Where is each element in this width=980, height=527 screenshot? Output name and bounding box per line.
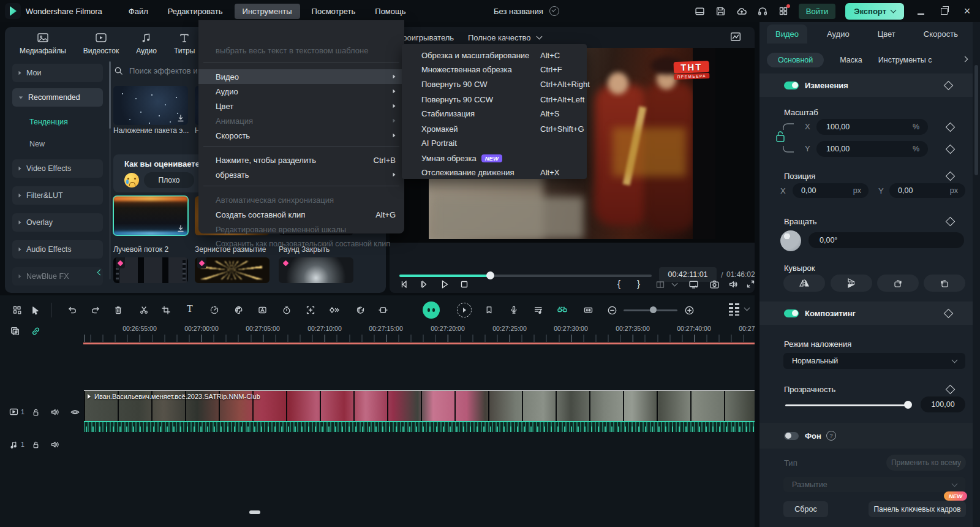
apps-grid-icon[interactable]: [778, 6, 789, 17]
menu-file[interactable]: Файл: [121, 4, 156, 19]
submenu-item-crop-zoom[interactable]: Обрезка и масштабирование Alt+C: [402, 48, 587, 63]
keyframe-panel-button[interactable]: Панель ключевых кадров: [869, 501, 966, 517]
menu-item-audio[interactable]: Аудио: [198, 84, 404, 99]
submenu-item-multi-trim[interactable]: Множественная обрезка Ctrl+F: [402, 62, 587, 77]
menu-item-color[interactable]: Цвет: [198, 99, 404, 113]
opacity-slider-track[interactable]: [785, 404, 910, 406]
speed-icon[interactable]: [208, 304, 221, 316]
bookmark-icon[interactable]: [483, 304, 495, 316]
menu-help[interactable]: Помощь: [367, 4, 413, 19]
rotation-knob[interactable]: [780, 230, 801, 251]
background-blur-dropdown[interactable]: Размытие: [783, 477, 965, 492]
transform-toggle[interactable]: [784, 82, 799, 89]
headphones-icon[interactable]: [757, 6, 768, 17]
login-button[interactable]: Войти: [799, 4, 835, 19]
zoom-out-icon[interactable]: [606, 304, 618, 316]
scopes-icon[interactable]: [730, 32, 741, 44]
menu-item-speed[interactable]: Скорость: [198, 128, 404, 143]
sidebar-item-newblue[interactable]: NewBlue FX: [12, 267, 103, 286]
submenu-item-motion-tracking[interactable]: Отслеживание движения Alt+X: [402, 165, 587, 180]
play-button[interactable]: [440, 279, 450, 291]
tab-media-files[interactable]: Медиафайлы: [20, 32, 66, 55]
track-manager-icon[interactable]: [729, 303, 739, 316]
quality-selector[interactable]: Полное качество: [468, 31, 541, 44]
auto-link-icon[interactable]: [29, 325, 42, 337]
maximize-button[interactable]: [937, 6, 951, 17]
rotate-field[interactable]: 0,00°: [809, 232, 964, 248]
effect-card-thumb[interactable]: [279, 257, 353, 283]
menu-edit[interactable]: Редактировать: [160, 4, 231, 19]
props-scrollbar-thumb[interactable]: [974, 65, 978, 175]
subtab-basic[interactable]: Основной: [767, 53, 824, 67]
rotate-cw-button[interactable]: [877, 275, 919, 292]
zoom-fit-icon[interactable]: [582, 304, 594, 316]
submenu-item-smart-crop[interactable]: Умная обрезка NEW: [402, 151, 587, 165]
copy-timeline-icon[interactable]: [9, 325, 21, 337]
stop-button[interactable]: [459, 279, 469, 291]
keyframe-icon[interactable]: [944, 80, 954, 90]
zoom-in-icon[interactable]: [683, 304, 695, 316]
video-track-mute-icon[interactable]: [49, 406, 61, 418]
split-scissors-icon[interactable]: [138, 304, 150, 316]
close-button[interactable]: ×: [960, 5, 974, 18]
menu-item-split[interactable]: Нажмите, чтобы разделить Ctrl+B: [198, 153, 404, 167]
position-x-field[interactable]: 0,00 px: [793, 183, 869, 198]
trim-icon[interactable]: [655, 280, 665, 291]
audio-track-lock-icon[interactable]: [29, 438, 42, 450]
mark-out-icon[interactable]: }: [637, 278, 640, 289]
marker-icon[interactable]: [304, 304, 317, 316]
tab-audio-props[interactable]: Аудио: [818, 25, 858, 44]
mark-in-icon[interactable]: {: [617, 278, 620, 289]
keyframe-icon[interactable]: [946, 172, 956, 181]
media-manage-icon[interactable]: [11, 304, 23, 316]
sidebar-item-recommended[interactable]: Recommended: [12, 88, 103, 107]
horizontal-scroll-handle[interactable]: [249, 510, 260, 514]
menu-item-compound-clip[interactable]: Создать составной клип Alt+G: [198, 207, 404, 222]
submenu-item-ai-portrait[interactable]: AI Portrait: [402, 135, 587, 150]
submenu-item-stabilization[interactable]: Стабилизация Alt+S: [402, 106, 587, 121]
compositing-toggle[interactable]: [784, 309, 799, 317]
timer-icon[interactable]: [281, 304, 293, 316]
menu-view[interactable]: Посмотреть: [304, 4, 364, 19]
linked-clips-icon[interactable]: [556, 304, 568, 316]
redo-icon[interactable]: [89, 304, 102, 316]
submenu-item-rotate-ccw[interactable]: Повернуть 90 CCW Ctrl+Alt+Left: [402, 92, 587, 107]
sad-emoji-icon[interactable]: [124, 173, 139, 188]
subtabs-more-icon[interactable]: [962, 56, 968, 63]
save-icon[interactable]: [715, 6, 726, 17]
rail-scrollbar-thumb[interactable]: [109, 61, 111, 129]
keyframe-icon[interactable]: [946, 217, 956, 227]
timeline-clip[interactable]: Иван.Васильевич.меняет.всё.2023.SATRip.N…: [84, 390, 755, 432]
video-track-lock-icon[interactable]: [29, 406, 42, 418]
submenu-item-chroma-key[interactable]: Хромакей Ctrl+Shift+G: [402, 121, 587, 136]
ai-assistant-icon[interactable]: [423, 301, 440, 319]
ruler-ticks[interactable]: [83, 335, 755, 342]
tab-color-props[interactable]: Цвет: [869, 25, 904, 44]
next-frame-button[interactable]: [420, 279, 429, 291]
undo-icon[interactable]: [66, 304, 78, 316]
sidebar-item-overlay[interactable]: Overlay: [12, 213, 103, 232]
motion-tracking-icon[interactable]: [354, 304, 366, 316]
effect-card-thumb-selected[interactable]: [113, 196, 188, 235]
apply-all-button[interactable]: Применить ко всему: [886, 455, 966, 471]
blend-mode-dropdown[interactable]: Нормальный: [783, 353, 965, 369]
reset-button[interactable]: Сброс: [783, 501, 828, 517]
keyframe-icon[interactable]: [946, 385, 956, 395]
xy-link-lock-icon[interactable]: [775, 119, 797, 157]
current-timecode[interactable]: 00:42:11:01: [659, 267, 717, 282]
tab-video-stock[interactable]: Видеосток: [83, 32, 119, 55]
sidebar-item-audio-effects[interactable]: Audio Effects: [12, 240, 103, 259]
sidebar-item-filter-lut[interactable]: Filter&LUT: [12, 186, 103, 205]
video-track-visibility-icon[interactable]: [69, 406, 81, 418]
fullscreen-icon[interactable]: [746, 279, 755, 290]
tab-audio[interactable]: Аудио: [136, 32, 157, 55]
track-manager-chevron-icon[interactable]: [744, 305, 750, 311]
zoom-slider-handle[interactable]: [650, 306, 657, 313]
color-palette-icon[interactable]: [233, 304, 245, 316]
rating-bad-button[interactable]: Плохо: [144, 172, 194, 188]
scale-y-field[interactable]: 100,00 %: [816, 141, 928, 157]
flip-horizontal-button[interactable]: [783, 275, 825, 292]
sidebar-item-my[interactable]: Мои: [12, 64, 103, 82]
tab-titles[interactable]: Титры: [174, 32, 195, 55]
select-cursor-icon[interactable]: [29, 304, 42, 316]
